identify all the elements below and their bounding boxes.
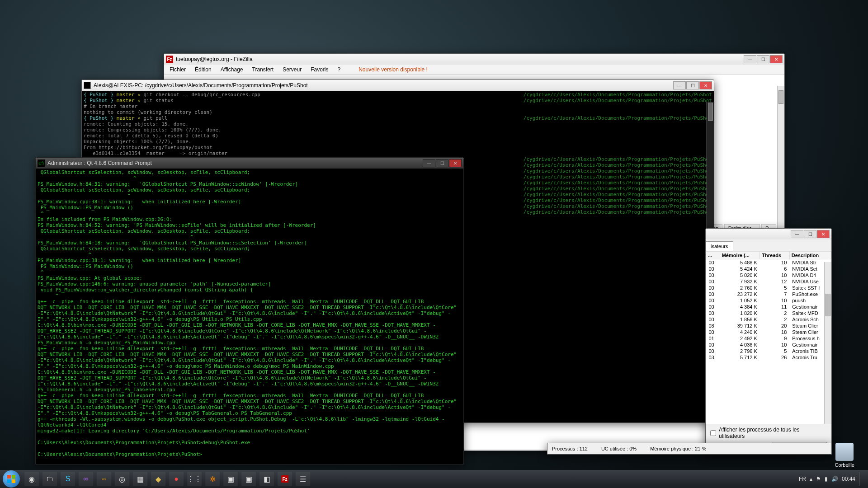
language-indicator[interactable]: FR [799,476,806,482]
table-row[interactable]: 012 492 K9Processus h [706,335,831,342]
taskbar-steam-icon[interactable]: ◎ [115,472,129,486]
filezilla-icon: Fz [166,56,173,63]
status-processes: Processus : 112 [552,446,588,451]
cmd-title: Administrateur : Qt 4.8.6 Command Prompt [47,160,423,166]
menu-edition[interactable]: Édition [193,66,213,74]
cygwin-title: Alexis@ALEXIS-PC: /cygdrive/c/Users/Alex… [94,82,673,89]
table-row[interactable]: 0839 712 K20Steam Clier [706,323,831,329]
menu-affichage[interactable]: Affichage [219,66,245,74]
table-row[interactable]: 005 488 K10NVIDIA Str [706,259,831,266]
cmd-titlebar[interactable]: C:\ Administrateur : Qt 4.8.6 Command Pr… [36,158,463,169]
status-memory: Mémoire physique : 21 % [650,446,706,451]
svg-rect-1 [12,475,15,479]
taskbar-sublime-icon[interactable]: ⎓ [97,472,111,486]
minimize-button[interactable]: — [673,81,686,89]
process-table: ... Mémoire (... Threads Description 005… [706,251,831,361]
menu-help[interactable]: ? [336,66,343,74]
start-button[interactable] [3,470,20,488]
table-row[interactable]: 001 052 K10puush [706,297,831,304]
maximize-button[interactable]: ☐ [686,81,699,89]
table-row[interactable]: 001 820 K2Saitek MFD [706,310,831,316]
tab-utilisateurs[interactable]: isateurs [706,241,733,251]
cmd-terminal-body[interactable]: QGlobalShortcut scSelection, scWindow, s… [36,169,463,464]
menu-favoris[interactable]: Favoris [309,66,330,74]
svg-rect-3 [12,479,15,483]
windows-logo-icon [7,474,16,483]
maximize-button[interactable]: ☐ [804,230,816,238]
taskbar-skype-icon[interactable]: S [61,472,75,486]
filezilla-menubar: Fichier Édition Affichage Transfert Serv… [164,65,784,75]
tray-flag-icon[interactable]: ⚑ [816,476,821,482]
terminal-icon [84,82,91,89]
taskbar-filezilla-icon[interactable]: Fz [278,472,292,486]
col-threads[interactable]: Threads [760,252,789,259]
maximize-button[interactable]: ☐ [757,55,769,63]
taskbar-visualstudio-icon[interactable]: ∞ [79,472,93,486]
taskbar-explorer-icon[interactable]: 🗀 [42,472,57,486]
tray-volume-icon[interactable]: 🔊 [831,476,838,482]
table-row[interactable]: 005 424 K6NVIDIA Set [706,266,831,272]
taskbar-blender-icon[interactable]: ✲ [205,472,220,486]
recycle-bin-label: Corbeille [835,462,854,468]
show-all-users-label: Afficher les processus de tous les utili… [719,427,827,439]
cmd-icon: C:\ [38,160,45,167]
table-row[interactable]: 004 036 K10Gestionnair [706,342,831,348]
menu-serveur[interactable]: Serveur [281,66,303,74]
cygwin-titlebar[interactable]: Alexis@ALEXIS-PC: /cygdrive/c/Users/Alex… [82,80,714,91]
table-row[interactable]: 005 020 K10NVIDIA Dri [706,272,831,278]
tray-chevron-icon[interactable]: ▴ [810,476,812,482]
status-cpu: UC utilisée : 0% [601,446,637,451]
table-row[interactable]: 004 384 K11Gestionnair [706,304,831,310]
table-row[interactable]: 0023 272 K7PuShot.exe [706,291,831,297]
close-button[interactable]: ✕ [699,81,712,89]
col-memoire[interactable]: Mémoire (... [720,252,760,259]
taskbar: ◉ 🗀 S ∞ ⎓ ◎ ▦ ◆ ● ⋮⋮ ✲ ▣ ▣ ◧ Fz ☰ FR ▴ ⚑… [0,470,868,488]
maximize-button[interactable]: ☐ [436,159,448,167]
table-row[interactable]: 002 796 K5Acronis TIB [706,348,831,354]
col-blank[interactable]: ... [706,252,720,259]
taskbar-app-1-icon[interactable]: ▦ [133,472,147,486]
show-desktop-button[interactable] [859,472,863,486]
table-row[interactable]: 035 712 K26Acronis Tru [706,354,831,361]
taskmgr-titlebar[interactable]: — ☐ ✕ [706,229,831,239]
recycle-bin[interactable]: Corbeille [835,443,854,468]
minimize-button[interactable]: — [791,230,803,238]
update-available-label[interactable]: Nouvelle version disponible ! [357,66,429,74]
taskbar-app-4-icon[interactable]: ⋮⋮ [187,472,202,486]
close-button[interactable]: ✕ [770,55,783,63]
close-button[interactable]: ✕ [449,159,462,167]
tray-network-icon[interactable]: ▮ [825,476,828,482]
minimize-button[interactable]: — [744,55,756,63]
table-row[interactable]: 001 856 K2Acronis Sch [706,316,831,323]
taskbar-app-5-icon[interactable]: ◧ [259,472,274,486]
taskbar-chrome-icon[interactable]: ◉ [24,472,39,486]
table-row[interactable]: 007 932 K12NVIDIA Use [706,278,831,285]
taskbar-cmd-icon[interactable]: ▣ [223,472,238,486]
svg-rect-2 [7,479,11,483]
close-button[interactable]: ✕ [817,230,830,238]
taskbar-app-2-icon[interactable]: ◆ [151,472,165,486]
taskbar-app-3-icon[interactable]: ● [169,472,184,486]
taskmgr-scrollbar[interactable] [824,262,831,424]
clock[interactable]: 00:44 [842,476,855,482]
taskbar-taskmgr-icon[interactable]: ☰ [296,472,310,486]
menu-transfert[interactable]: Transfert [250,66,276,74]
taskbar-terminal-icon[interactable]: ▣ [241,472,256,486]
table-row[interactable]: 002 760 K5Saitek SST I [706,285,831,291]
show-all-users-checkbox[interactable] [710,430,716,436]
filezilla-titlebar[interactable]: Fz tuetuopay@legtux.org - FileZilla — ☐ … [164,54,784,65]
col-description[interactable]: Description [789,252,831,259]
menu-fichier[interactable]: Fichier [168,66,188,74]
svg-rect-0 [7,475,11,479]
minimize-button[interactable]: — [423,159,435,167]
table-row[interactable]: 004 240 K18Steam Clier [706,329,831,335]
filezilla-title: tuetuopay@legtux.org - FileZilla [176,56,744,62]
recycle-bin-icon [835,443,854,461]
